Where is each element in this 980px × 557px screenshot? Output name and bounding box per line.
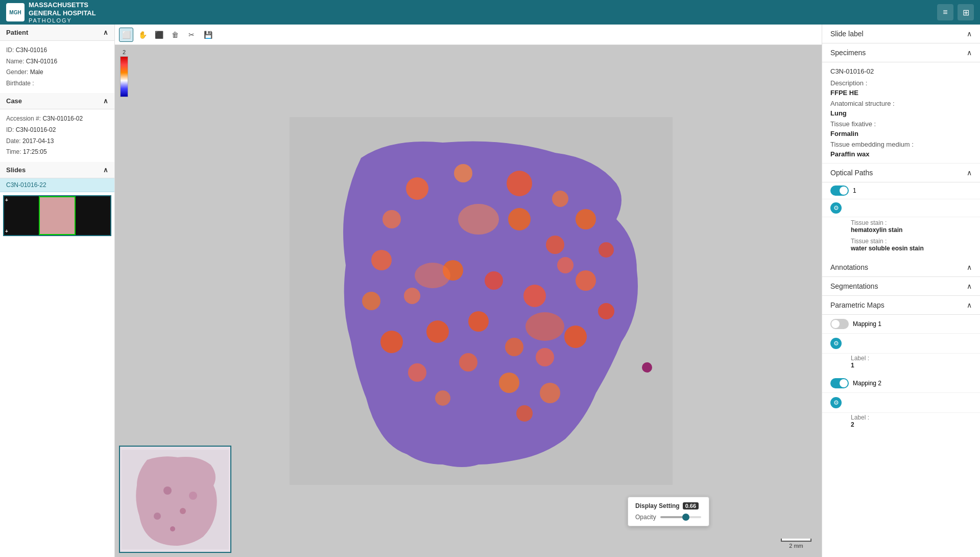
header-logo-text: MASSACHUSETTS GENERAL HOSPITAL PATHOLOGY bbox=[29, 1, 96, 23]
svg-point-36 bbox=[163, 486, 172, 495]
svg-point-33 bbox=[415, 263, 450, 288]
opacity-value-badge: 0.66 bbox=[683, 502, 699, 509]
annotations-title: Annotations bbox=[830, 263, 868, 271]
mapping-1-label-block: Label : 1 bbox=[822, 354, 980, 370]
optical-path-gear-icon[interactable]: ⚙ bbox=[830, 202, 842, 214]
svg-point-12 bbox=[435, 390, 450, 406]
right-sidebar: Slide label ∧ Specimens ∧ C3N-01016-02 D… bbox=[822, 25, 980, 557]
thumb-pink-section bbox=[39, 196, 76, 235]
tissue-embedding-label: Tissue embedding medium : bbox=[830, 141, 972, 148]
specimens-title: Specimens bbox=[830, 49, 866, 57]
mini-map bbox=[119, 446, 231, 553]
svg-point-37 bbox=[180, 508, 186, 514]
draw-tool-button[interactable]: ⬛ bbox=[152, 28, 166, 42]
mapping-2-toggle[interactable] bbox=[830, 378, 849, 388]
svg-point-29 bbox=[540, 383, 560, 403]
opacity-slider[interactable] bbox=[660, 516, 701, 518]
mapping-2-lbl: Label : bbox=[851, 414, 972, 421]
patient-name-row: Name: C3N-01016 bbox=[6, 56, 108, 67]
patient-gender-label: Gender: bbox=[6, 68, 28, 76]
case-id-row: ID: C3N-01016-02 bbox=[6, 125, 108, 136]
description-value: FFPE HE bbox=[830, 89, 972, 97]
optical-paths-title: Optical Paths bbox=[830, 169, 873, 177]
patient-gender-row: Gender: Male bbox=[6, 67, 108, 78]
slides-section-header[interactable]: Slides ∧ bbox=[0, 162, 114, 178]
left-sidebar: Patient ∧ ID: C3N-01016 Name: C3N-01016 … bbox=[0, 25, 115, 557]
scale-bar-line bbox=[781, 539, 811, 542]
viewer-area[interactable]: 2 bbox=[115, 45, 822, 557]
tissue-svg-container bbox=[290, 117, 673, 485]
optical-paths-chevron-icon: ∧ bbox=[967, 169, 972, 177]
patient-id-label: ID: bbox=[6, 47, 14, 54]
optical-paths-header[interactable]: Optical Paths ∧ bbox=[822, 164, 980, 182]
svg-point-34 bbox=[525, 312, 564, 341]
slides-chevron-icon: ∧ bbox=[103, 166, 108, 174]
annotations-header[interactable]: Annotations ∧ bbox=[822, 258, 980, 277]
hospital-name: MASSACHUSETTS GENERAL HOSPITAL bbox=[29, 1, 96, 17]
patient-gender-value: Male bbox=[30, 68, 43, 76]
mapping-1-label: Mapping 1 bbox=[853, 320, 881, 328]
mapping-1-gear-icon[interactable]: ⚙ bbox=[830, 338, 842, 349]
case-id-value: C3N-01016-02 bbox=[16, 126, 56, 133]
patient-section-header[interactable]: Patient ∧ bbox=[0, 25, 114, 41]
opacity-row: Opacity bbox=[635, 514, 702, 521]
mapping-2-label: Mapping 2 bbox=[853, 380, 881, 387]
case-section-header[interactable]: Case ∧ bbox=[0, 93, 114, 109]
color-scale: 2 bbox=[119, 49, 129, 100]
tissue-stain-2-block: Tissue stain : water soluble eosin stain bbox=[822, 236, 980, 254]
mapping-2-label-block: Label : 2 bbox=[822, 413, 980, 429]
segmentations-chevron-icon: ∧ bbox=[967, 282, 972, 290]
case-accession-row: Accession #: C3N-01016-02 bbox=[6, 113, 108, 125]
mapping-2-gear-icon[interactable]: ⚙ bbox=[830, 397, 842, 408]
segmentations-header[interactable]: Segmentations ∧ bbox=[822, 277, 980, 296]
slide-thumbnail-inner bbox=[4, 196, 110, 235]
svg-point-26 bbox=[557, 257, 573, 273]
menu-icon-button[interactable]: ≡ bbox=[937, 4, 953, 20]
optical-path-1-toggle[interactable] bbox=[830, 185, 849, 196]
tissue-stain-1-label: Tissue stain : bbox=[851, 219, 972, 226]
tissue-svg bbox=[290, 117, 673, 485]
case-accession-value: C3N-01016-02 bbox=[42, 115, 83, 122]
delete-tool-button[interactable]: 🗑 bbox=[168, 28, 182, 42]
patient-chevron-icon: ∧ bbox=[103, 29, 108, 36]
case-accession-label: Accession #: bbox=[6, 115, 41, 122]
anatomical-label: Anatomical structure : bbox=[830, 100, 972, 107]
parametric-maps-chevron-icon: ∧ bbox=[967, 301, 972, 309]
color-scale-bar bbox=[120, 56, 128, 97]
mapping-2-val: 2 bbox=[851, 421, 972, 428]
slide-label-title: Slide label bbox=[830, 30, 864, 38]
specimens-header[interactable]: Specimens ∧ bbox=[822, 43, 980, 62]
specimens-content: C3N-01016-02 Description : FFPE HE Anato… bbox=[822, 62, 980, 164]
mapping-1-toggle[interactable] bbox=[830, 319, 849, 329]
svg-point-9 bbox=[362, 292, 380, 310]
svg-point-21 bbox=[426, 320, 449, 343]
svg-point-39 bbox=[189, 492, 197, 500]
display-setting-popup: Display Setting 0.66 Opacity bbox=[628, 497, 709, 526]
patient-section-content: ID: C3N-01016 Name: C3N-01016 Gender: Ma… bbox=[0, 41, 114, 93]
slide-item[interactable]: C3N-01016-22 bbox=[0, 178, 114, 192]
tissue-fixative-value: Formalin bbox=[830, 130, 972, 137]
header: MGH MASSACHUSETTS GENERAL HOSPITAL PATHO… bbox=[0, 0, 980, 25]
patient-name-value: C3N-01016 bbox=[26, 58, 57, 65]
pan-tool-button[interactable]: ✋ bbox=[135, 28, 150, 42]
svg-point-3 bbox=[507, 171, 532, 196]
svg-point-5 bbox=[576, 209, 596, 229]
scale-bar-bottom: 2 mm bbox=[781, 539, 811, 549]
svg-point-19 bbox=[499, 373, 519, 393]
parametric-maps-header[interactable]: Parametric Maps ∧ bbox=[822, 296, 980, 315]
svg-point-6 bbox=[383, 210, 401, 228]
grid-icon-button[interactable]: ⊞ bbox=[958, 4, 974, 20]
select-tool-button[interactable]: ⬜ bbox=[119, 28, 133, 42]
optical-path-1-row: 1 bbox=[822, 182, 980, 199]
tissue-stain-2-value: water soluble eosin stain bbox=[851, 245, 972, 252]
display-setting-title: Display Setting 0.66 bbox=[635, 502, 702, 509]
save-tool-button[interactable]: 💾 bbox=[201, 28, 215, 42]
slide-label-header[interactable]: Slide label ∧ bbox=[822, 25, 980, 43]
scale-number: 2 bbox=[123, 49, 126, 55]
svg-point-25 bbox=[523, 285, 546, 307]
svg-point-4 bbox=[552, 191, 568, 207]
parametric-maps-title: Parametric Maps bbox=[830, 301, 885, 309]
case-id-label: ID: bbox=[6, 126, 14, 133]
cut-tool-button[interactable]: ✂ bbox=[184, 28, 199, 42]
segmentations-title: Segmentations bbox=[830, 282, 878, 290]
